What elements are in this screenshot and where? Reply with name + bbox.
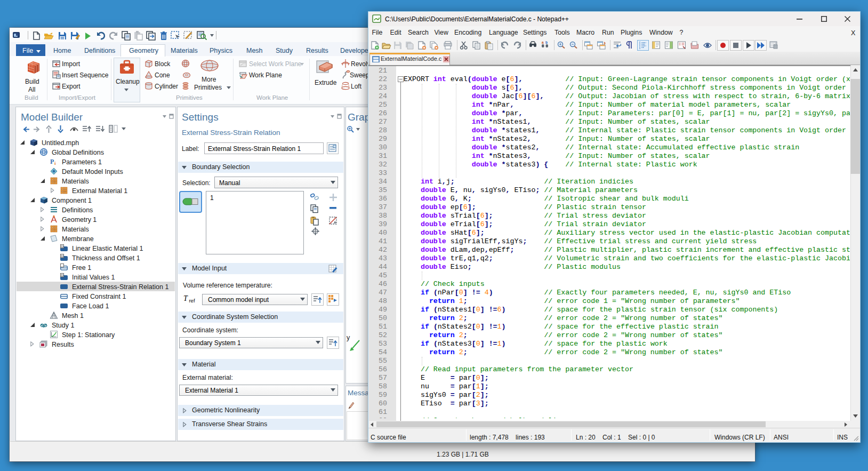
svg-text:D: D	[61, 245, 64, 248]
svg-text:b: b	[545, 41, 548, 44]
svg-text:D: D	[61, 254, 64, 258]
svg-text:D: D	[61, 274, 64, 277]
svg-text:P: P	[50, 158, 54, 165]
svg-text:i: i	[54, 161, 56, 166]
svg-text:a: a	[542, 41, 544, 44]
